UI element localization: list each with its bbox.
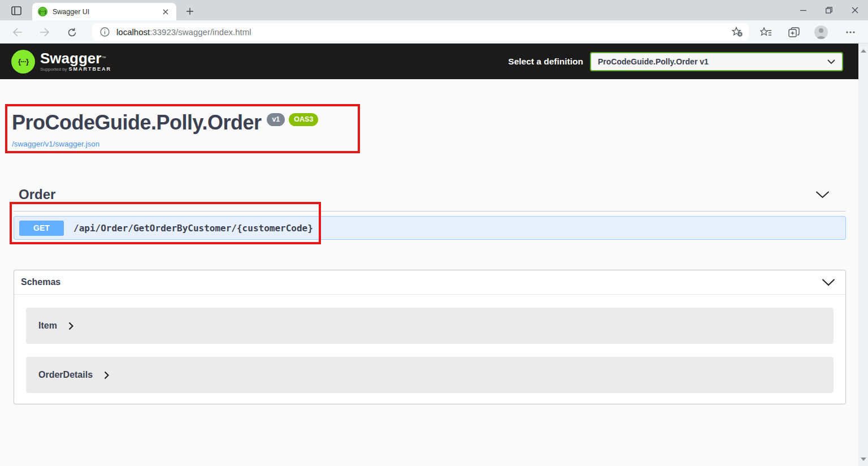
definition-select-value: ProCodeGuide.Polly.Order v1 xyxy=(598,57,827,66)
add-favorite-icon[interactable] xyxy=(732,27,743,37)
get-operation-row[interactable]: GET /api/Order/GetOrderByCustomer/{custo… xyxy=(14,216,846,240)
url-host: localhost xyxy=(116,27,150,37)
order-collapse-chevron-icon[interactable] xyxy=(815,191,830,199)
new-tab-button[interactable] xyxy=(181,5,198,18)
schemas-collapse-chevron-icon[interactable] xyxy=(822,279,835,286)
url-path: :33923/swagger/index.html xyxy=(150,27,251,37)
api-title: ProCodeGuide.Polly.Order xyxy=(12,111,261,134)
swagger-brand: Swagger™ xyxy=(40,51,111,66)
refresh-button[interactable] xyxy=(64,24,80,40)
schemas-section: Schemas Item OrderDetails xyxy=(14,270,846,404)
browser-menu-icon[interactable] xyxy=(842,24,859,40)
swagger-content: ProCodeGuide.Polly.Order v1 OAS3 /swagge… xyxy=(0,79,858,466)
tab-close-icon[interactable] xyxy=(160,7,171,17)
supported-by: Supported bySMARTBEAR xyxy=(40,66,111,72)
model-name: OrderDetails xyxy=(38,370,93,380)
browser-tab[interactable]: {···} Swagger UI xyxy=(32,3,176,20)
order-tag-header[interactable]: Order xyxy=(19,187,55,202)
expand-chevron-right-icon xyxy=(104,371,109,379)
operation-path: /api/Order/GetOrderByCustomer/{customerC… xyxy=(73,223,313,234)
definition-select[interactable]: ProCodeGuide.Polly.Order v1 xyxy=(590,52,843,71)
minimize-button[interactable] xyxy=(790,0,816,20)
forward-button[interactable] xyxy=(37,24,53,40)
version-badge: v1 xyxy=(267,113,285,126)
tab-title: Swagger UI xyxy=(53,8,160,16)
tab-actions-menu-button[interactable] xyxy=(7,3,26,18)
browser-toolbar: localhost:33923/swagger/index.html xyxy=(0,20,868,44)
profile-avatar[interactable] xyxy=(813,24,830,40)
window-controls xyxy=(790,0,868,20)
schema-model-orderdetails[interactable]: OrderDetails xyxy=(26,357,834,393)
select-definition-label: Select a definition xyxy=(508,57,583,67)
swagger-favicon-icon: {···} xyxy=(38,7,47,16)
smartbear-label: SMARTBEAR xyxy=(69,66,112,72)
schemas-title: Schemas xyxy=(21,277,60,287)
close-button[interactable] xyxy=(842,0,868,20)
collections-icon[interactable] xyxy=(785,24,802,40)
select-chevron-down-icon xyxy=(827,59,835,64)
swagger-topbar: {···} Swagger™ Supported bySMARTBEAR Sel… xyxy=(0,44,858,79)
oas3-badge: OAS3 xyxy=(289,113,318,126)
schemas-header[interactable]: Schemas xyxy=(14,270,845,295)
swagger-logo: {···} Swagger™ Supported bySMARTBEAR xyxy=(11,50,111,74)
schema-model-item[interactable]: Item xyxy=(26,308,834,344)
browser-titlebar: {···} Swagger UI xyxy=(0,0,868,20)
tab-actions-icon xyxy=(11,6,21,15)
restore-button[interactable] xyxy=(816,0,842,20)
site-info-icon[interactable] xyxy=(100,27,110,37)
http-method-badge: GET xyxy=(19,221,64,236)
scroll-down-icon[interactable] xyxy=(858,454,868,464)
scroll-up-icon[interactable] xyxy=(858,46,868,55)
url-text[interactable]: localhost:33923/swagger/index.html xyxy=(116,27,732,37)
trademark: ™ xyxy=(101,55,106,61)
order-section-divider xyxy=(14,211,846,212)
page-scrollbar[interactable] xyxy=(858,44,868,466)
spec-json-link[interactable]: /swagger/v1/swagger.json xyxy=(12,140,99,148)
swagger-logo-icon: {···} xyxy=(11,50,35,74)
address-bar[interactable]: localhost:33923/swagger/index.html xyxy=(92,23,749,41)
expand-chevron-right-icon xyxy=(68,322,73,330)
back-button[interactable] xyxy=(10,24,25,40)
model-name: Item xyxy=(38,321,57,331)
favorites-icon[interactable] xyxy=(757,24,774,40)
